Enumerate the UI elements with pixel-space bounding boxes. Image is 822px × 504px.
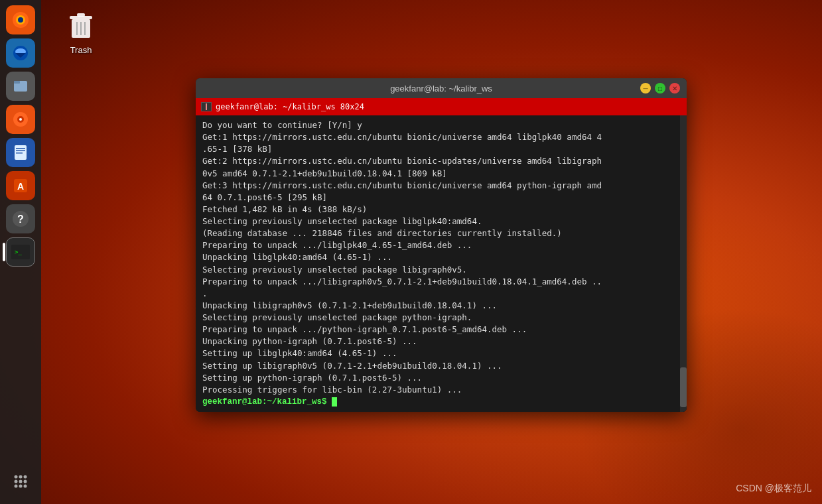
thunderbird-icon [11, 43, 31, 63]
minimize-button[interactable]: ─ [640, 83, 651, 94]
trash-label: Trash [70, 45, 92, 55]
svg-point-24 [15, 480, 18, 483]
terminal-tabbar: geekfanr@lab: ~/kalibr_ws 80x24 [196, 98, 687, 115]
svg-point-29 [24, 485, 27, 488]
close-button[interactable]: ✕ [669, 83, 680, 94]
svg-point-23 [24, 475, 27, 479]
terminal-output: Do you want to continue? [Y/n] y Get:1 h… [202, 119, 680, 396]
svg-text:A: A [17, 181, 24, 192]
terminal-tab-indicator [201, 102, 212, 111]
terminal-prompt: geekfanr@lab:~/kalibr_ws$ [202, 397, 327, 407]
svg-rect-13 [16, 151, 25, 152]
launcher-sidebar: A ? >_ [0, 0, 41, 504]
svg-point-21 [15, 475, 18, 479]
svg-point-22 [19, 475, 23, 479]
trash-icon [65, 8, 97, 42]
terminal-icon: >_ [11, 245, 30, 259]
terminal-body[interactable]: Do you want to continue? [Y/n] y Get:1 h… [196, 115, 687, 412]
window-controls: ─ □ ✕ [640, 83, 680, 94]
svg-point-10 [19, 118, 22, 121]
help-icon: ? [11, 210, 30, 228]
terminal-window: geekfanr@lab: ~/kalibr_ws ─ □ ✕ geekfanr… [196, 78, 687, 412]
terminal-titlebar: geekfanr@lab: ~/kalibr_ws ─ □ ✕ [196, 78, 687, 98]
svg-rect-32 [77, 13, 85, 17]
launcher-icon-appinstaller[interactable]: A [6, 171, 35, 200]
svg-rect-14 [16, 153, 23, 154]
firefox-icon [11, 10, 31, 30]
launcher-icon-writer[interactable] [6, 138, 35, 167]
maximize-button[interactable]: □ [655, 83, 665, 94]
watermark: CSDN @极客范儿 [736, 483, 811, 495]
writer-icon [11, 143, 30, 162]
terminal-tab-label: geekfanr@lab: ~/kalibr_ws 80x24 [216, 102, 364, 111]
launcher-icon-thunderbird[interactable] [6, 38, 35, 68]
launcher-icon-appgrid[interactable] [6, 467, 35, 496]
svg-point-28 [19, 485, 23, 488]
files-icon [11, 77, 30, 95]
launcher-icon-terminal[interactable]: >_ [6, 237, 35, 267]
launcher-bottom [6, 467, 35, 496]
svg-point-27 [15, 485, 18, 488]
appinstaller-icon: A [11, 176, 30, 195]
trash-svg [68, 10, 94, 40]
terminal-cursor [332, 397, 337, 407]
appgrid-icon [11, 472, 30, 491]
terminal-prompt-line: geekfanr@lab:~/kalibr_ws$ [202, 396, 680, 408]
terminal-title: geekfanr@lab: ~/kalibr_ws [202, 84, 680, 94]
svg-rect-7 [14, 81, 20, 84]
svg-rect-12 [16, 148, 25, 149]
launcher-icon-rhythmbox[interactable] [6, 105, 35, 134]
svg-point-2 [18, 17, 23, 23]
desktop-trash[interactable]: Trash [65, 8, 97, 55]
launcher-icon-files[interactable] [6, 72, 35, 101]
terminal-scrollbar-thumb[interactable] [680, 367, 687, 407]
launcher-icon-help[interactable]: ? [6, 204, 35, 233]
terminal-tab-cursor [206, 103, 207, 110]
svg-point-26 [24, 480, 27, 483]
terminal-scrollbar[interactable] [680, 115, 687, 412]
svg-text:>_: >_ [15, 249, 22, 255]
rhythmbox-icon [11, 110, 30, 129]
svg-text:?: ? [17, 214, 24, 225]
svg-point-25 [19, 480, 23, 483]
launcher-icon-firefox[interactable] [6, 5, 35, 34]
